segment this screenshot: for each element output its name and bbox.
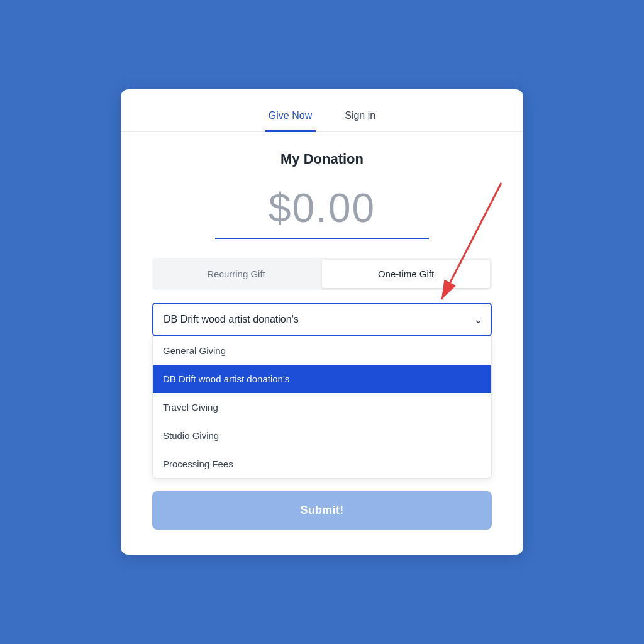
dropdown-option-travel-giving[interactable]: Travel Giving [153, 393, 491, 421]
gift-type-toggle: Recurring Gift One-time Gift [152, 258, 492, 290]
donation-card: Give Now Sign in My Donation $0.00 Recur… [121, 89, 523, 555]
submit-button[interactable]: Submit! [152, 491, 492, 530]
page-title: My Donation [152, 151, 492, 167]
dropdown-selected-value[interactable]: DB Drift wood artist donation's [152, 303, 492, 336]
tab-sign-in[interactable]: Sign in [341, 104, 379, 132]
amount-value: $0.00 [152, 185, 492, 231]
dropdown-menu: General Giving DB Drift wood artist dona… [152, 336, 492, 479]
one-time-gift-button[interactable]: One-time Gift [322, 260, 490, 288]
tab-give-now[interactable]: Give Now [265, 104, 316, 132]
recurring-gift-button[interactable]: Recurring Gift [152, 258, 320, 290]
tab-bar: Give Now Sign in [121, 89, 523, 132]
amount-underline [215, 238, 429, 239]
dropdown-option-studio-giving[interactable]: Studio Giving [153, 421, 491, 450]
annotation-wrapper: DB Drift wood artist donation's ⌄ Genera… [152, 303, 492, 479]
dropdown-wrapper: DB Drift wood artist donation's ⌄ [152, 303, 492, 336]
dropdown-option-db-drift-wood[interactable]: DB Drift wood artist donation's [153, 365, 491, 393]
amount-display: $0.00 [152, 185, 492, 231]
dropdown-option-processing-fees[interactable]: Processing Fees [153, 450, 491, 478]
dropdown-option-general-giving[interactable]: General Giving [153, 336, 491, 365]
main-content: My Donation $0.00 Recurring Gift One-tim… [121, 132, 523, 555]
outer-container: Give Now Sign in My Donation $0.00 Recur… [102, 70, 542, 574]
